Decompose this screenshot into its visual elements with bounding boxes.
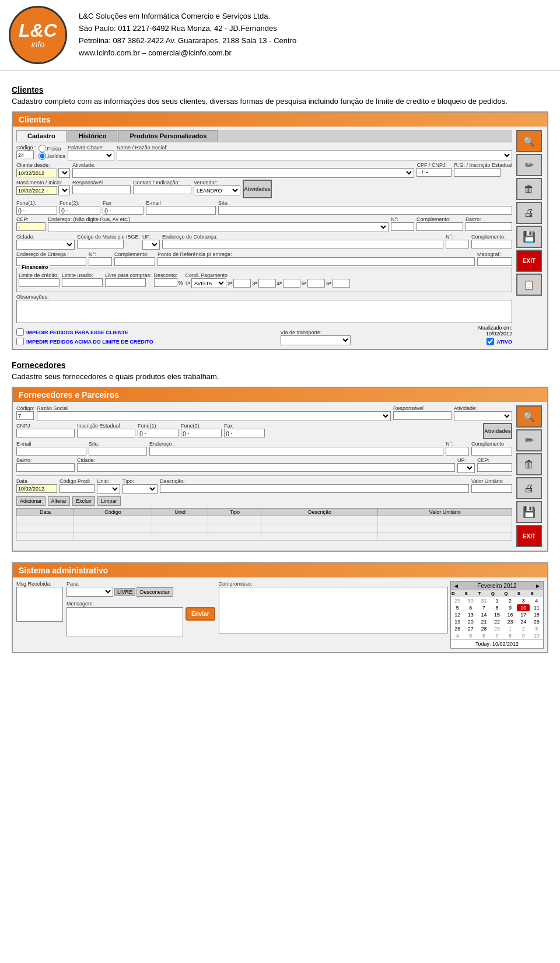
forn-num-input[interactable] <box>446 447 469 456</box>
livre-compras-input[interactable] <box>105 278 146 287</box>
radio-fisica-input[interactable] <box>38 145 46 152</box>
cond-1-select[interactable]: AVISTA <box>191 278 226 288</box>
forn-cidade-input[interactable] <box>77 463 455 472</box>
lim-cred-input[interactable] <box>19 278 60 287</box>
fone1-input[interactable] <box>16 206 57 215</box>
atividades-btn[interactable]: Atividades <box>243 180 272 198</box>
cal-d-20[interactable]: 20 <box>464 618 478 625</box>
cond-4-input[interactable] <box>283 279 300 288</box>
btn-excluir[interactable]: Excluir <box>72 496 95 506</box>
cal-d-30[interactable]: 30 <box>464 597 478 604</box>
cal-d-7b[interactable]: 7 <box>491 632 504 639</box>
cal-d-2[interactable]: 2 <box>503 597 517 604</box>
complemento-input[interactable] <box>416 222 463 231</box>
search-btn[interactable]: 🔍 <box>516 130 542 152</box>
contato-input[interactable] <box>133 185 191 194</box>
btn-limpar[interactable]: Limpar <box>97 496 121 506</box>
bairro-input[interactable] <box>466 222 512 231</box>
cond-6-input[interactable] <box>332 279 350 288</box>
cal-d-25[interactable]: 25 <box>530 618 543 625</box>
cal-d-29b[interactable]: 29 <box>491 625 504 632</box>
forn-uf-select[interactable] <box>457 463 475 473</box>
mensagem-textarea[interactable] <box>66 607 183 636</box>
forn-endereco-input[interactable] <box>149 447 443 456</box>
cond-3-input[interactable] <box>258 279 276 288</box>
forn-insc-input[interactable] <box>77 429 135 437</box>
forn-codigo-input[interactable] <box>16 411 34 420</box>
forn-unid-select[interactable] <box>97 484 120 494</box>
obs-textarea[interactable] <box>16 300 512 323</box>
enviar-btn[interactable]: Enviar <box>186 607 215 621</box>
btn-alterar[interactable]: Alterar <box>48 496 71 506</box>
comp-cob-input[interactable] <box>471 240 512 248</box>
cidade-select[interactable] <box>16 240 75 250</box>
exit-btn[interactable]: EXIT <box>516 250 542 272</box>
forn-print-btn[interactable]: 🖨 <box>516 477 542 499</box>
cal-d-9b[interactable]: 9 <box>517 632 530 639</box>
forn-bairro-input[interactable] <box>16 463 75 472</box>
cal-d-5b[interactable]: 5 <box>464 632 478 639</box>
rg-input[interactable] <box>454 168 501 177</box>
forn-fone1-input[interactable] <box>138 429 178 437</box>
cal-d-1[interactable]: 1 <box>491 597 504 604</box>
nome-select[interactable] <box>117 150 512 160</box>
cal-d-17[interactable]: 17 <box>517 611 530 618</box>
cal-d-24[interactable]: 24 <box>517 618 530 625</box>
end-cob-input[interactable] <box>162 240 443 248</box>
radio-fisica[interactable]: Física <box>38 145 66 152</box>
forn-razao-select[interactable] <box>37 411 391 421</box>
tab-historico[interactable]: Histórico <box>68 130 118 142</box>
cliente-desde-select[interactable]: ▼ <box>58 168 70 178</box>
forn-cod-prod-input[interactable] <box>60 484 94 493</box>
responsavel-input[interactable] <box>72 185 131 194</box>
para-select[interactable] <box>66 587 113 597</box>
radio-juridica-input[interactable] <box>38 152 46 160</box>
forn-cnpj-input[interactable] <box>16 429 75 437</box>
edit-btn[interactable]: ✏ <box>516 154 542 176</box>
cep-input[interactable] <box>16 222 46 231</box>
comp-ent-input[interactable] <box>114 257 155 266</box>
msg-rec-area[interactable] <box>16 587 63 622</box>
print-btn[interactable]: 🖨 <box>516 202 542 224</box>
cond-5-input[interactable] <box>307 279 325 288</box>
cliente-desde-input[interactable] <box>16 169 57 177</box>
cond-2-input[interactable] <box>233 279 251 288</box>
radio-juridica[interactable]: Jurídica <box>38 152 66 160</box>
cal-d-29[interactable]: 29 <box>451 597 464 604</box>
nasc-input[interactable] <box>16 186 57 195</box>
forn-save-btn[interactable]: 💾 <box>516 501 542 523</box>
mapograf-input[interactable] <box>477 257 512 266</box>
cal-d-13[interactable]: 13 <box>464 611 478 618</box>
tab-cadastro[interactable]: Cadastro <box>16 130 66 142</box>
cal-d-18[interactable]: 18 <box>530 611 543 618</box>
ponto-ref-input[interactable] <box>158 257 475 266</box>
cal-d-15[interactable]: 15 <box>491 611 504 618</box>
forn-data-input[interactable] <box>16 484 57 493</box>
cal-d-14[interactable]: 14 <box>477 611 491 618</box>
fax-input[interactable] <box>103 206 144 215</box>
vendedor-select[interactable]: LEANDRO <box>194 185 240 195</box>
cal-d-16[interactable]: 16 <box>503 611 517 618</box>
forn-fax-input[interactable] <box>224 429 265 437</box>
cal-d-10[interactable]: 10 <box>517 604 530 611</box>
cal-d-1b[interactable]: 1 <box>503 625 517 632</box>
forn-edit-btn[interactable]: ✏ <box>516 429 542 451</box>
forn-tipo-select[interactable] <box>123 484 158 494</box>
num-cob-input[interactable] <box>446 240 469 248</box>
cal-d-2b[interactable]: 2 <box>517 625 530 632</box>
via-transporte-select[interactable] <box>281 335 351 345</box>
trash-btn[interactable]: 🗑 <box>516 178 542 200</box>
site-input[interactable] <box>218 206 512 215</box>
forn-atividade-select[interactable] <box>454 411 512 421</box>
forn-cep-input[interactable] <box>477 463 512 472</box>
cal-d-28[interactable]: 28 <box>477 625 491 632</box>
cal-d-11[interactable]: 11 <box>530 604 543 611</box>
endereco-select[interactable] <box>48 222 388 232</box>
forn-exit-btn[interactable]: EXIT <box>516 525 542 547</box>
forn-atividades-btn[interactable]: Atividades <box>483 423 512 439</box>
cal-d-9[interactable]: 9 <box>503 604 517 611</box>
impedir-limite-cb[interactable] <box>16 338 24 345</box>
cal-next-btn[interactable]: ► <box>535 583 541 589</box>
ativo-row[interactable]: ATIVO <box>487 338 512 345</box>
save-btn[interactable]: 💾 <box>516 226 542 248</box>
